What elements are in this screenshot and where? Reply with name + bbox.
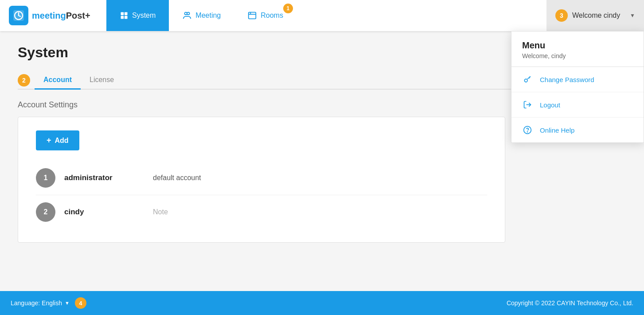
svg-line-14: [529, 78, 530, 79]
account-name-administrator: administrator: [64, 173, 153, 182]
account-note-cindy: Note: [153, 208, 168, 216]
svg-rect-5: [125, 16, 128, 19]
account-note-administrator: default account: [153, 174, 201, 182]
footer: Language: English ▼ 4 Copyright © 2022 C…: [0, 291, 644, 315]
footer-copyright: Copyright © 2022 CAYIN Technology Co., L…: [507, 299, 633, 307]
nav-rooms-label: Rooms: [261, 12, 283, 20]
app-logo-icon: [9, 6, 28, 25]
svg-point-7: [187, 12, 190, 15]
nav-rooms[interactable]: Rooms 1: [234, 0, 297, 31]
help-icon: [522, 125, 533, 135]
svg-rect-2: [121, 12, 124, 16]
logo-area: meetingPost+: [0, 0, 106, 31]
welcome-area[interactable]: 3 Welcome cindy ▼: [546, 0, 644, 31]
welcome-badge: 3: [555, 9, 568, 22]
account-settings-box: + Add 1 administrator default account 2 …: [18, 117, 505, 243]
header: meetingPost+ System Meeting Rooms 1: [0, 0, 644, 31]
plus-icon: +: [47, 136, 51, 145]
language-label: Language: English: [11, 299, 62, 307]
header-spacer: [297, 0, 546, 31]
online-help-item[interactable]: Online Help: [511, 118, 644, 142]
svg-rect-8: [249, 12, 256, 19]
table-row: 1 administrator default account: [36, 161, 487, 195]
online-help-label: Online Help: [540, 126, 574, 134]
welcome-text: Welcome cindy: [572, 12, 630, 20]
svg-rect-4: [121, 16, 124, 19]
key-icon: [522, 74, 533, 85]
nav-meeting[interactable]: Meeting: [169, 0, 234, 31]
nav-meeting-label: Meeting: [195, 12, 221, 20]
tab-account[interactable]: Account: [35, 71, 81, 90]
account-name-cindy: cindy: [64, 208, 153, 217]
nav-system[interactable]: System: [106, 0, 169, 31]
menu-title: Menu: [522, 40, 633, 51]
change-password-label: Change Password: [540, 76, 594, 83]
svg-rect-3: [125, 12, 128, 16]
svg-line-13: [530, 76, 531, 77]
language-dropdown-arrow: ▼: [65, 300, 70, 306]
nav-system-label: System: [132, 12, 156, 20]
account-number-1: 1: [36, 168, 55, 188]
account-number-2: 2: [36, 202, 55, 222]
tab-badge: 2: [18, 74, 30, 87]
dropdown-header: Menu Welcome, cindy: [511, 32, 644, 67]
logout-item[interactable]: Logout: [511, 92, 644, 118]
logout-label: Logout: [540, 101, 560, 109]
table-row: 2 cindy Note: [36, 195, 487, 229]
add-account-button[interactable]: + Add: [36, 130, 79, 150]
menu-subtitle: Welcome, cindy: [522, 52, 633, 59]
language-selector[interactable]: Language: English ▼: [11, 299, 70, 307]
dropdown-menu: Menu Welcome, cindy Change Password Logo…: [511, 31, 644, 143]
tab-license[interactable]: License: [81, 71, 123, 90]
rooms-badge: 1: [283, 4, 293, 13]
app-name: meetingPost+: [32, 11, 90, 21]
footer-badge: 4: [75, 297, 86, 309]
chevron-down-icon: ▼: [630, 12, 635, 19]
svg-point-11: [524, 79, 527, 82]
add-button-label: Add: [55, 137, 69, 145]
logout-icon: [522, 99, 533, 110]
change-password-item[interactable]: Change Password: [511, 67, 644, 92]
